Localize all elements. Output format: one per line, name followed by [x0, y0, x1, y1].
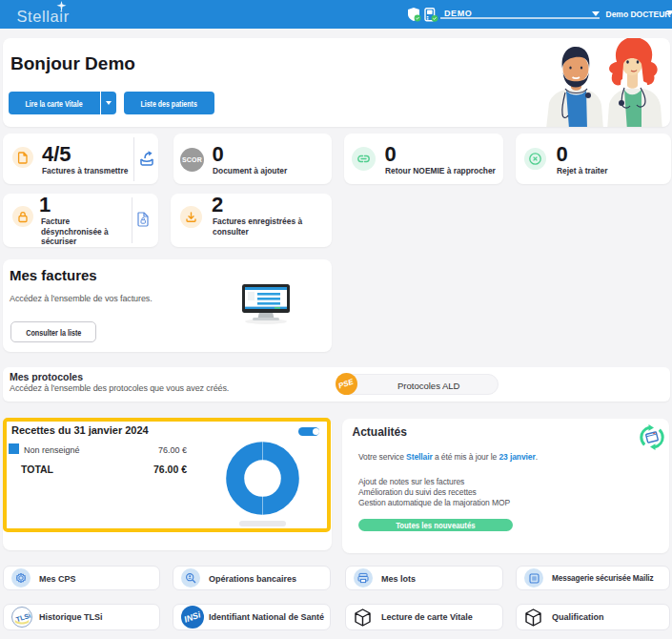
- svg-text:TLSi: TLSi: [15, 611, 31, 624]
